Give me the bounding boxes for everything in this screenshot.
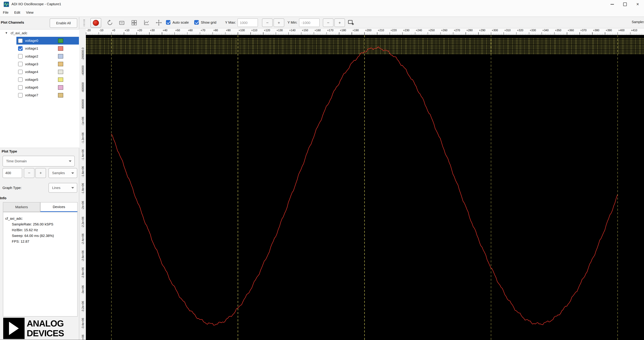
channel-tree: ▼ cf_axi_adc voltage0voltage1voltage2vol…: [0, 29, 79, 148]
x-tick-label: +180: [340, 29, 346, 32]
show-grid-label: Show grid: [201, 20, 216, 24]
expander-icon[interactable]: ▼: [5, 31, 8, 35]
x-tick: [276, 32, 276, 35]
channel-row-voltage2[interactable]: voltage2: [0, 52, 79, 60]
x-tick-label: +0: [112, 29, 115, 32]
channel-color-swatch: [58, 62, 64, 66]
x-tick-label: -20: [87, 29, 91, 32]
plot-type-value: Time Domain: [6, 159, 27, 163]
channel-row-voltage1[interactable]: voltage1: [0, 44, 79, 52]
capture-button[interactable]: [90, 18, 102, 28]
zoom-fit-icon: [107, 19, 113, 26]
y-tick-label: -400000: [81, 65, 85, 76]
y-tick-label: -3.4e+06: [81, 318, 85, 329]
x-tick: [98, 32, 99, 35]
menu-file[interactable]: File: [0, 10, 11, 14]
x-tick-label: +100: [238, 29, 245, 32]
x-tick-label: +250: [428, 29, 434, 32]
x-tick: [174, 32, 175, 35]
x-tick: [377, 32, 377, 35]
toolbar-grip[interactable]: [83, 19, 85, 26]
tile-view-button[interactable]: [130, 18, 138, 27]
tab-markers[interactable]: Markers: [3, 202, 40, 212]
channel-checkbox-voltage7[interactable]: [18, 93, 23, 98]
adi-logo-icon: [3, 318, 24, 339]
x-tick: [339, 32, 339, 35]
channel-name: voltage3: [25, 62, 38, 66]
x-tick-label: +200: [365, 29, 371, 32]
plot-type-select[interactable]: Time Domain: [2, 156, 75, 166]
tab-devices[interactable]: Devices: [40, 202, 78, 212]
channel-row-voltage6[interactable]: voltage6: [0, 84, 79, 91]
graph-type-select[interactable]: Lines: [48, 183, 77, 193]
channel-checkbox-voltage3[interactable]: [18, 62, 23, 66]
pan-button[interactable]: [154, 18, 163, 27]
device-info-title: cf_axi_adc:: [3, 216, 77, 221]
zoom-out-button[interactable]: [118, 18, 126, 27]
channel-checkbox-voltage1[interactable]: [18, 46, 23, 51]
channel-row-voltage3[interactable]: voltage3: [0, 60, 79, 68]
auto-fit-button[interactable]: [142, 18, 151, 27]
window-controls: ×: [606, 0, 644, 8]
x-tick-label: +370: [580, 29, 586, 32]
minimize-icon: [610, 4, 614, 4]
minus-icon: −: [266, 20, 268, 25]
x-tick: [364, 32, 364, 35]
sample-count-decrement-button[interactable]: −: [24, 168, 34, 178]
close-icon: ×: [636, 2, 639, 7]
x-axis-unit-label[interactable]: Samples: [632, 20, 644, 24]
x-tick: [415, 32, 415, 35]
auto-scale-checkbox[interactable]: [166, 20, 170, 25]
sample-count-input[interactable]: 400: [2, 168, 22, 178]
y-max-label: Y Max:: [225, 20, 236, 24]
close-button[interactable]: ×: [631, 0, 644, 8]
y-min-increment-button[interactable]: +: [334, 18, 345, 27]
show-grid-checkbox[interactable]: [194, 20, 199, 25]
channel-name: voltage5: [25, 78, 38, 82]
sample-count-increment-button[interactable]: +: [35, 168, 46, 178]
channel-checkbox-voltage4[interactable]: [18, 70, 23, 74]
x-tick-label: +400: [618, 29, 624, 32]
sample-unit-value: Samples: [52, 171, 65, 175]
vertical-gridline: [111, 35, 112, 340]
move-icon: [156, 19, 162, 26]
y-max-input[interactable]: 1000: [238, 18, 258, 27]
new-plot-icon: [348, 19, 354, 26]
y-tick-label: -2.8e+06: [81, 267, 85, 278]
minimize-button[interactable]: [606, 0, 618, 8]
channel-row-voltage0[interactable]: voltage0: [0, 37, 79, 44]
enable-all-button[interactable]: Enable All: [50, 18, 77, 28]
channel-name: voltage4: [25, 70, 38, 74]
plot-area[interactable]: [86, 35, 644, 340]
x-tick: [618, 32, 618, 35]
sample-unit-select[interactable]: Samples: [48, 168, 77, 178]
channel-checkbox-voltage6[interactable]: [18, 85, 23, 90]
title-bar: ADI IIO Oscilloscope - Capture1 ×: [0, 0, 644, 8]
x-tick-label: +150: [302, 29, 308, 32]
y-min-input[interactable]: -1000: [299, 18, 320, 27]
y-tick-label: -3.6e+06: [81, 335, 85, 340]
channel-row-voltage4[interactable]: voltage4: [0, 68, 79, 76]
device-info-line: FPS: 12.87: [3, 239, 77, 244]
zoom-fit-button[interactable]: [106, 18, 114, 27]
x-axis-ruler: -20-10+0+10+20+30+40+50+60+70+80+90+100+…: [86, 28, 644, 35]
channel-row-voltage7[interactable]: voltage7: [0, 91, 79, 99]
y-max-decrement-button[interactable]: −: [262, 18, 273, 27]
y-max-increment-button[interactable]: +: [274, 18, 284, 27]
channel-checkbox-voltage0[interactable]: [18, 38, 23, 43]
channel-checkbox-voltage2[interactable]: [18, 54, 23, 59]
menu-edit[interactable]: Edit: [11, 10, 23, 14]
device-tree-row[interactable]: ▼ cf_axi_adc: [0, 29, 79, 37]
channel-checkbox-voltage5[interactable]: [18, 77, 23, 82]
x-tick-label: +140: [289, 29, 296, 32]
menu-view[interactable]: View: [23, 10, 36, 14]
x-tick-label: +310: [504, 29, 511, 32]
maximize-button[interactable]: [619, 0, 631, 8]
channel-color-swatch: [58, 46, 64, 51]
new-plot-button[interactable]: [347, 18, 355, 27]
y-tick-label: -1.6e+06: [81, 166, 85, 177]
y-min-decrement-button[interactable]: −: [323, 18, 334, 27]
toolbar: Auto scale Show grid Y Max: 1000 − + Y M…: [80, 17, 644, 28]
channel-row-voltage5[interactable]: voltage5: [0, 76, 79, 84]
y-tick-label: -2.4e+06: [81, 233, 85, 245]
